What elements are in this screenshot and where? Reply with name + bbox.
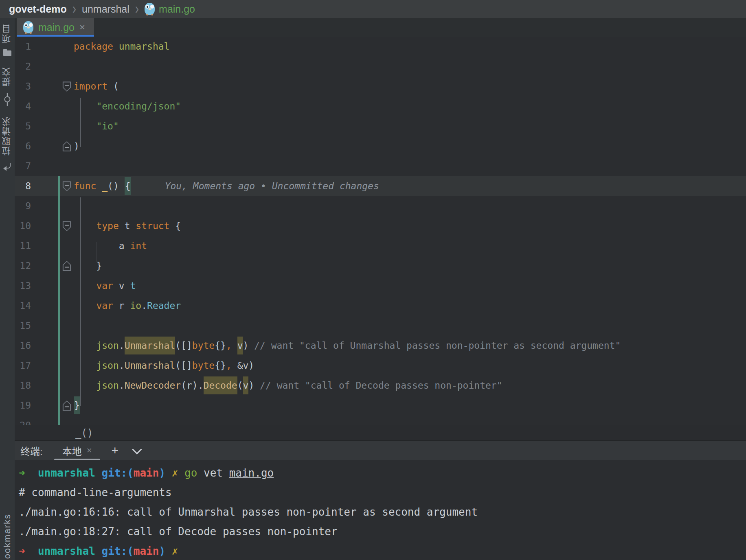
gutter-spacer	[31, 416, 58, 425]
line-number[interactable]: 7	[15, 156, 31, 176]
sidebar-item-bookmarks[interactable]: Bookmarks	[2, 514, 13, 560]
breadcrumb-separator: ›	[72, 1, 76, 17]
code-text[interactable]	[74, 57, 746, 77]
fold-column	[60, 336, 74, 356]
fold-column	[60, 116, 74, 136]
line-number[interactable]: 4	[15, 96, 31, 116]
chevron-down-icon[interactable]	[132, 444, 142, 454]
fold-connector-line	[80, 98, 81, 147]
stripe-top-group: 项目提交拉取请求	[1, 24, 14, 171]
sidebar-item-label: Bookmarks	[2, 514, 13, 560]
line-number[interactable]: 20	[15, 416, 31, 425]
commit-icon	[3, 93, 12, 106]
fold-column	[60, 77, 74, 96]
line-number[interactable]: 19	[15, 396, 31, 416]
tab-main-go[interactable]: main.go×	[17, 18, 94, 37]
code-text[interactable]	[74, 416, 746, 425]
line-number[interactable]: 14	[15, 296, 31, 316]
fold-marker[interactable]	[63, 141, 71, 151]
sidebar-item-label: 提交	[1, 67, 14, 86]
fold-marker[interactable]	[63, 400, 71, 411]
line-number[interactable]: 10	[15, 216, 31, 236]
code-line: 5 "io"	[15, 116, 746, 136]
breadcrumb-item[interactable]: govet-demo	[9, 3, 67, 15]
code-text[interactable]: type t struct {	[74, 216, 746, 236]
code-text[interactable]: package unmarshal	[74, 37, 746, 57]
code-text[interactable]: json.NewDecoder(r).Decode(v) // want "ca…	[74, 376, 746, 396]
line-number[interactable]: 8	[15, 176, 31, 196]
fold-connector-line	[80, 197, 81, 406]
code-text[interactable]: import (	[74, 77, 746, 96]
line-number[interactable]: 17	[15, 356, 31, 376]
fold-column	[60, 316, 74, 336]
code-text[interactable]: var v t	[74, 276, 746, 296]
gutter-spacer	[31, 116, 58, 136]
fold-marker[interactable]	[63, 221, 71, 231]
breadcrumb-item[interactable]: main.go	[145, 3, 195, 15]
fold-column	[60, 196, 74, 216]
line-number[interactable]: 11	[15, 236, 31, 256]
close-icon[interactable]: ×	[79, 22, 85, 32]
fold-column	[60, 57, 74, 77]
code-text[interactable]	[74, 196, 746, 216]
code-line: 6)	[15, 136, 746, 156]
breadcrumb: govet-demo›unmarshal›main.go	[0, 0, 746, 18]
gutter-spacer	[31, 77, 58, 96]
line-number[interactable]: 18	[15, 376, 31, 396]
code-line: 2	[15, 57, 746, 77]
code-line: 3import (	[15, 77, 746, 96]
close-icon[interactable]: ×	[87, 445, 92, 456]
line-number[interactable]: 6	[15, 136, 31, 156]
code-text[interactable]	[74, 156, 746, 176]
code-text[interactable]: json.Unmarshal([]byte{}, &v)	[74, 356, 746, 376]
code-line: 9	[15, 196, 746, 216]
add-terminal-button[interactable]: +	[112, 444, 119, 457]
code-text[interactable]: func _() { You, Moments ago • Uncommitte…	[74, 176, 746, 196]
fold-marker[interactable]	[63, 261, 71, 271]
pull-request-icon	[3, 162, 12, 171]
breadcrumb-scope-label[interactable]: _()	[75, 427, 93, 439]
gutter-spacer	[31, 276, 58, 296]
code-text[interactable]: "io"	[74, 116, 746, 136]
terminal-line: ./main.go:18:27: call of Decode passes n…	[19, 522, 746, 541]
code-text[interactable]: json.Unmarshal([]byte{}, v) // want "cal…	[74, 336, 746, 356]
fold-column	[60, 396, 74, 416]
line-number[interactable]: 2	[15, 57, 31, 77]
sidebar-item-pull-requests[interactable]: 拉取请求	[1, 116, 14, 171]
code-text[interactable]: a int	[74, 236, 746, 256]
fold-column	[60, 136, 74, 156]
line-number[interactable]: 15	[15, 316, 31, 336]
line-number[interactable]: 16	[15, 336, 31, 356]
terminal-tab-local[interactable]: 本地 ×	[54, 441, 100, 460]
line-number[interactable]: 9	[15, 196, 31, 216]
fold-column	[60, 156, 74, 176]
terminal-tab-label: 本地	[62, 444, 82, 458]
sidebar-item-project[interactable]: 项目	[1, 24, 14, 56]
gutter-spacer	[31, 156, 58, 176]
code-text[interactable]: }	[74, 396, 746, 416]
breadcrumb-item[interactable]: unmarshal	[82, 3, 129, 15]
line-number[interactable]: 13	[15, 276, 31, 296]
code-text[interactable]: var r io.Reader	[74, 296, 746, 316]
code-text[interactable]: "encoding/json"	[74, 96, 746, 116]
code-line: 8func _() { You, Moments ago • Uncommitt…	[15, 176, 746, 196]
line-number[interactable]: 3	[15, 77, 31, 96]
fold-marker[interactable]	[63, 81, 71, 92]
editor[interactable]: 1package unmarshal23import (4 "encoding/…	[15, 37, 746, 425]
gutter-spacer	[31, 336, 58, 356]
fold-marker[interactable]	[63, 181, 71, 191]
terminal-output[interactable]: ➜ unmarshal git:(main) ✗ go vet main.go#…	[15, 460, 746, 560]
code-text[interactable]: }	[74, 256, 746, 276]
breadcrumb-separator: ›	[135, 1, 139, 17]
line-number[interactable]: 5	[15, 116, 31, 136]
code-text[interactable]: )	[74, 136, 746, 156]
editor-breadcrumb: _()	[15, 425, 746, 441]
code-text[interactable]	[74, 316, 746, 336]
terminal-line: ➜ unmarshal git:(main) ✗ go vet main.go	[19, 463, 746, 483]
line-number[interactable]: 12	[15, 256, 31, 276]
terminal-header: 终端: 本地 × +	[15, 440, 746, 460]
code-line: 17 json.Unmarshal([]byte{}, &v)	[15, 356, 746, 376]
line-number[interactable]: 1	[15, 37, 31, 57]
code-line: 20	[15, 416, 746, 425]
sidebar-item-commit[interactable]: 提交	[1, 67, 14, 106]
